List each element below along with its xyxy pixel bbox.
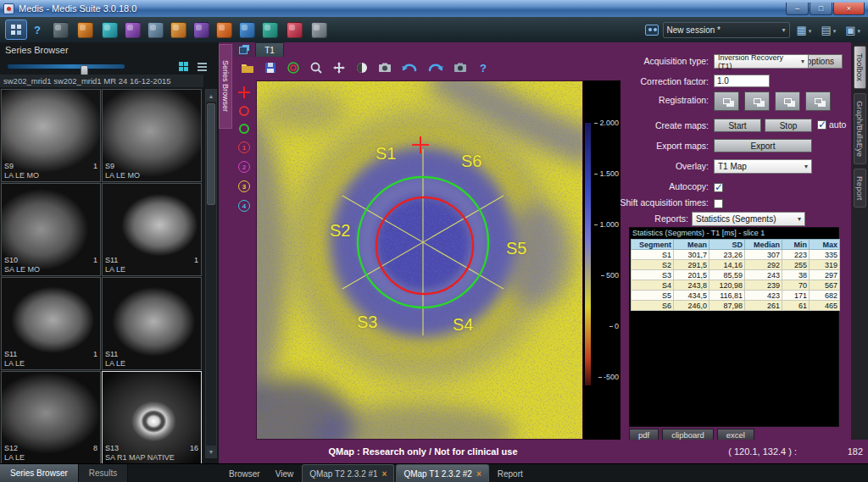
table-row[interactable]: S6 246,0 87,98 261 61 465 (632, 301, 840, 311)
side-panel-tab[interactable]: Toolbox (854, 46, 866, 89)
panel-bottom-tab[interactable]: Results (79, 464, 128, 482)
module-icon-10[interactable] (260, 20, 281, 40)
zoom-icon[interactable] (308, 59, 325, 76)
viewport-layout-button[interactable] (234, 43, 253, 57)
tab-t1[interactable]: T1 (255, 42, 284, 57)
scroll-up-icon[interactable] (206, 90, 216, 102)
registration-option-2-button[interactable] (744, 91, 770, 111)
minimize-button[interactable]: – (786, 3, 809, 15)
module-icon-3[interactable] (100, 20, 120, 40)
app-document-tab[interactable]: View (269, 464, 301, 482)
close-tab-icon[interactable] (476, 469, 481, 479)
scrollbar[interactable] (205, 89, 217, 458)
marker-2-icon[interactable]: 2 (238, 161, 250, 173)
module-icon-7[interactable] (192, 20, 211, 40)
marker-3-icon[interactable]: 3 (238, 180, 250, 192)
registration-option-4-button[interactable] (805, 91, 831, 111)
module-icon-8[interactable] (214, 20, 234, 40)
t1-map-canvas[interactable]: S1 S2 S3 S4 S5 S6 (256, 80, 583, 440)
help-icon[interactable]: ? (475, 59, 492, 76)
module-icon-5[interactable] (146, 20, 165, 40)
t1-map-overlay (257, 81, 583, 440)
module-icon-1[interactable] (51, 20, 72, 40)
table-row[interactable]: S1 301,7 23,26 307 223 335 (632, 250, 840, 260)
app-document-tab[interactable]: Browser (222, 464, 267, 482)
table-row[interactable]: S5 434,5 116,81 423 171 682 (632, 291, 840, 301)
correction-factor-label: Correction factor: (640, 76, 709, 86)
cursor-coordinates: ( 120.1, 132.4 ) : (728, 446, 797, 457)
start-button[interactable]: Start (714, 119, 761, 132)
endo-contour-icon[interactable] (239, 106, 249, 116)
export-button[interactable]: Export (714, 139, 812, 152)
marker-1-icon[interactable]: 1 (238, 141, 250, 153)
table-row[interactable]: S2 291,5 14,16 292 255 319 (632, 260, 840, 270)
epi-contour-icon[interactable] (239, 124, 249, 134)
snapshot-icon[interactable] (452, 59, 469, 76)
workspace-grid-icon (11, 25, 21, 35)
module-icon-4[interactable] (123, 20, 142, 40)
marker-4-icon[interactable]: 4 (238, 200, 250, 212)
module-icon-2[interactable] (75, 20, 97, 40)
tools-menu-button[interactable] (843, 20, 863, 39)
module-icon-12[interactable] (309, 20, 329, 40)
acquisition-type-combo[interactable]: Inversion Recovery (T1) (714, 54, 809, 69)
series-thumbnail[interactable]: S13 SA R1 MAP NATIVE 16 (102, 371, 202, 464)
app-document-tab[interactable]: QMap T1 2.3.2 #2 (396, 464, 488, 482)
grid-view-icon[interactable] (176, 59, 190, 73)
series-thumbnail[interactable]: S10 SA LE MO 1 (1, 183, 101, 276)
contour-icon[interactable] (285, 59, 302, 76)
scrollbar-thumb[interactable] (207, 103, 215, 205)
series-thumbnail[interactable]: S9 LA LE MO (102, 89, 202, 182)
camera-icon[interactable] (376, 59, 393, 76)
workspace-button[interactable] (5, 19, 27, 40)
series-browser-side-tab[interactable]: Series Browser (219, 44, 232, 129)
correction-factor-field[interactable]: 1.0 (714, 75, 770, 87)
registration-option-1-button[interactable] (714, 91, 739, 111)
registration-option-3-button[interactable] (775, 91, 800, 111)
table-row[interactable]: S3 201,5 85,59 243 38 297 (632, 270, 840, 280)
clipboard-button[interactable]: clipboard (662, 429, 714, 440)
thumbnail-size-slider[interactable] (7, 64, 125, 69)
save-icon[interactable] (262, 59, 279, 76)
scroll-down-icon[interactable] (206, 446, 216, 457)
series-thumbnail[interactable]: S12 LA LE 8 (1, 371, 101, 464)
undo-icon[interactable] (399, 59, 420, 76)
series-thumbnail[interactable]: S9 LA LE MO 1 (1, 89, 101, 182)
tools-menu-icon (845, 25, 855, 36)
colorbar[interactable]: 2.000 1.500 1.000 500 0 -500 (583, 80, 620, 440)
display-settings-button[interactable] (818, 20, 838, 39)
close-tab-icon[interactable] (382, 469, 387, 479)
redo-icon[interactable] (426, 59, 446, 76)
viewport-tabbar: T1 (232, 42, 627, 57)
shift-acquisition-checkbox[interactable] (714, 199, 723, 208)
series-thumbnail[interactable]: S11 LA LE (102, 277, 202, 370)
app-document-tab[interactable]: Report (491, 464, 530, 482)
side-panel-tab[interactable]: Report (854, 169, 866, 208)
open-folder-icon[interactable] (239, 59, 256, 76)
overlay-combo[interactable]: T1 Map (714, 159, 812, 174)
contrast-icon[interactable] (353, 59, 370, 76)
window-layout-button[interactable] (794, 20, 815, 39)
module-icon-6[interactable] (169, 20, 188, 40)
pdf-button[interactable]: pdf (629, 429, 659, 440)
side-panel-tab[interactable]: Graph/BullsEye (854, 93, 866, 164)
list-view-icon[interactable] (195, 59, 209, 73)
series-thumbnail[interactable]: S11 LA LE 1 (102, 183, 202, 276)
auto-checkbox[interactable] (817, 120, 826, 130)
stop-button[interactable]: Stop (765, 119, 812, 132)
app-document-tab[interactable]: QMap T2 2.3.2 #1 (302, 464, 394, 482)
help-icon[interactable]: ? (31, 20, 44, 39)
module-icon-11[interactable] (285, 20, 306, 40)
excel-button[interactable]: excel (717, 429, 754, 440)
module-icon-9[interactable] (237, 20, 257, 40)
series-thumbnail[interactable]: S11 LA LE 1 (1, 277, 101, 370)
session-combo[interactable]: New session * (663, 22, 790, 38)
close-button[interactable]: × (833, 3, 865, 15)
table-row[interactable]: S4 243,8 120,98 239 70 567 (632, 280, 840, 291)
autocopy-checkbox[interactable] (714, 183, 723, 192)
maximize-button[interactable]: □ (810, 3, 832, 15)
add-marker-icon[interactable] (238, 86, 250, 98)
pan-icon[interactable] (331, 59, 348, 76)
panel-bottom-tab[interactable]: Series Browser (0, 464, 79, 482)
reports-combo[interactable]: Statistics (Segments) (692, 212, 805, 226)
